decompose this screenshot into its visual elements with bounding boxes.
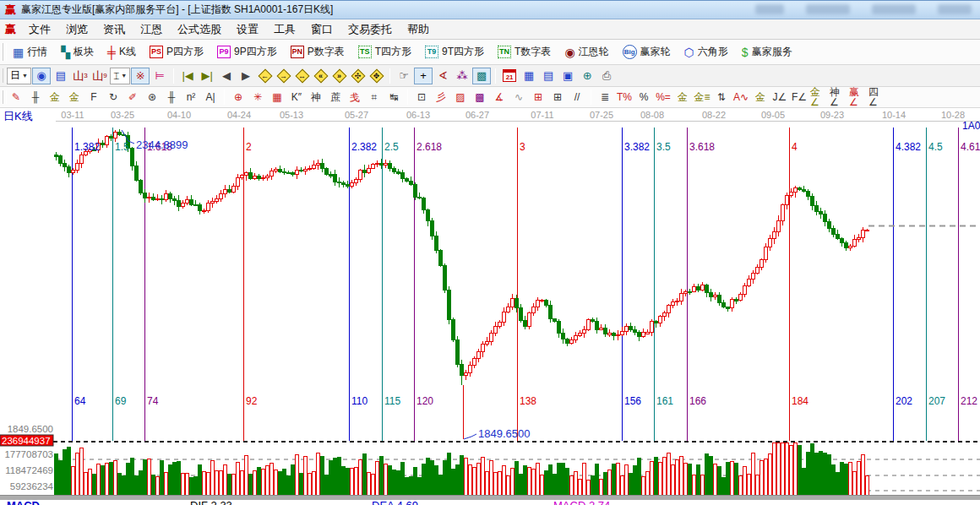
draw-tool-fibonacci-grid[interactable]: F bbox=[84, 89, 103, 106]
draw-tool-gold-grid-2[interactable]: 金 bbox=[65, 89, 84, 106]
toolbar-button-hexagon[interactable]: ⬡六角形 bbox=[678, 42, 734, 62]
page-right-button[interactable]: ▶ bbox=[237, 68, 255, 84]
histogram-tool-button[interactable]: ⊨ bbox=[150, 68, 169, 84]
period-selector[interactable]: 日▼ bbox=[7, 68, 31, 84]
menu-item-1[interactable]: 浏览 bbox=[58, 20, 95, 39]
draw-tool-fan-rays[interactable]: 彡 bbox=[432, 89, 450, 106]
draw-tool-grid-123[interactable]: ⌗ bbox=[365, 89, 384, 106]
menu-item-4[interactable]: 公式选股 bbox=[170, 20, 229, 39]
page-left-button[interactable]: ◀ bbox=[217, 68, 236, 84]
draw-tool-angle-rays[interactable]: ∡ bbox=[490, 89, 509, 106]
last-bar-button[interactable]: ▶| bbox=[198, 68, 216, 84]
draw-tool-updown-pen[interactable]: ⇅ bbox=[712, 89, 731, 106]
draw-tool-shen-angle[interactable]: 神∠ bbox=[829, 89, 847, 106]
bars-3-button[interactable]: 山3 bbox=[71, 68, 90, 84]
toolbar-button-winner-service[interactable]: $赢家服务 bbox=[736, 42, 798, 62]
toolbar-button-9p-square[interactable]: P99P四方形 bbox=[211, 42, 283, 62]
draw-tool-four-angle[interactable]: 四∠ bbox=[868, 89, 886, 106]
draw-tool-ray-square[interactable]: ▩ bbox=[471, 89, 489, 106]
toolbar-button-p-number-table[interactable]: PNP数字表 bbox=[285, 42, 351, 62]
bars-9-button[interactable]: 山9 bbox=[90, 68, 109, 84]
draw-tool-n-square[interactable]: n² bbox=[182, 89, 200, 106]
draw-tool-gold-underline[interactable]: 金 bbox=[751, 89, 770, 106]
draw-tool-gold-circle[interactable]: 金 bbox=[673, 89, 692, 106]
chart-area[interactable]: 日K线1A003-1103-2504-1004-2405-1305-2706-1… bbox=[0, 108, 980, 505]
draw-tool-zhe-grid[interactable]: 蔗 bbox=[326, 89, 345, 106]
toolbar-button-t-number-table[interactable]: TNT数字表 bbox=[492, 42, 557, 62]
draw-tool-gold-grid-1[interactable]: 金 bbox=[46, 89, 64, 106]
menu-item-0[interactable]: 文件 bbox=[21, 20, 58, 39]
toolbar-button-gann-wheel[interactable]: ◉江恩轮 bbox=[558, 42, 614, 62]
draw-tool-win-angle[interactable]: 赢∠ bbox=[848, 89, 867, 106]
menu-item-5[interactable]: 设置 bbox=[229, 20, 266, 39]
draw-tool-f-angle[interactable]: F∠ bbox=[790, 89, 808, 106]
toolbar-button-9t-square[interactable]: T99T四方形 bbox=[419, 42, 490, 62]
toolbar-button-sectors[interactable]: ▚板块 bbox=[55, 42, 100, 62]
crosshair-tool-button[interactable]: + bbox=[414, 68, 433, 84]
shift-right-button[interactable]: → bbox=[275, 68, 292, 84]
toolbar-button-kline[interactable]: ╪K线 bbox=[101, 42, 142, 62]
compress-right-button[interactable]: » bbox=[330, 68, 348, 84]
calendar-button[interactable]: 21 bbox=[500, 68, 519, 84]
toolbar-button-quotes[interactable]: ▦行情 bbox=[7, 42, 53, 62]
calculator-button[interactable]: ▦ bbox=[520, 68, 538, 84]
compress-left-button[interactable]: « bbox=[312, 68, 329, 84]
draw-tool-square-handles[interactable]: ⊡ bbox=[412, 89, 431, 106]
draw-tool-a-wave[interactable]: A∿ bbox=[732, 89, 750, 106]
draw-tool-degree-circle[interactable]: ⊛ bbox=[143, 89, 161, 106]
draw-tool-percent[interactable]: % bbox=[634, 89, 653, 106]
draw-tool-t-percent[interactable]: T% bbox=[615, 89, 634, 106]
draw-tool-gann-circle[interactable]: ⊕ bbox=[229, 89, 248, 106]
red-pattern-tool-button[interactable]: ※ bbox=[131, 68, 150, 84]
kline-chart[interactable]: 日K线1A003-1103-2504-1004-2405-1305-2706-1… bbox=[0, 108, 980, 505]
draw-tool-comb-2[interactable]: ╫ bbox=[162, 89, 181, 106]
draw-tool-pencil-grid[interactable]: ✐ bbox=[123, 89, 142, 106]
draw-tool-levels[interactable]: ≣ bbox=[596, 89, 614, 106]
gann-count-label: 120 bbox=[416, 395, 433, 407]
gann-net-tool-button[interactable]: ⁂ bbox=[453, 68, 471, 84]
menu-item-8[interactable]: 交易委托 bbox=[340, 20, 400, 39]
notepad-button[interactable]: ▤ bbox=[539, 68, 558, 84]
menu-item-6[interactable]: 工具 bbox=[266, 20, 303, 39]
center-view-button[interactable]: ✣ bbox=[349, 68, 367, 84]
measure-tool-button[interactable]: ∢ bbox=[433, 68, 452, 84]
draw-tool-percent-levels[interactable]: %= bbox=[654, 89, 672, 106]
toolbar-button-p-square[interactable]: PSP四方形 bbox=[144, 42, 210, 62]
expand-scale-button[interactable]: ↔ bbox=[293, 68, 311, 84]
shift-left-button[interactable]: ← bbox=[256, 68, 274, 84]
draw-tool-gann-star[interactable]: ✳ bbox=[248, 89, 267, 106]
network-button[interactable]: ⊕ bbox=[578, 68, 596, 84]
toolbar-button-winner-wheel[interactable]: Big赢家轮 bbox=[617, 42, 677, 62]
fit-view-button[interactable]: ✥ bbox=[368, 68, 385, 84]
region-select-tool-button[interactable]: ◉ bbox=[32, 68, 51, 84]
first-bar-button[interactable]: |◀ bbox=[178, 68, 197, 84]
menu-item-9[interactable]: 帮助 bbox=[400, 20, 437, 39]
menu-item-3[interactable]: 江恩 bbox=[133, 20, 170, 39]
draw-tool-dot-grid[interactable]: ⊞ bbox=[529, 89, 547, 106]
draw-tool-diag-square[interactable]: ▨ bbox=[451, 89, 470, 106]
draw-tool-gold-levels[interactable]: 金≡ bbox=[693, 89, 711, 106]
draw-tool-text-label[interactable]: A| bbox=[201, 89, 220, 106]
draw-tool-j-angle[interactable]: J∠ bbox=[770, 89, 789, 106]
draw-tool-width-marker[interactable]: ↹ bbox=[384, 89, 403, 106]
toolbar-button-t-square[interactable]: TST四方形 bbox=[352, 42, 417, 62]
draw-tool-gann-comb[interactable]: ╫ bbox=[26, 89, 45, 106]
draw-tool-pencil[interactable]: ✎ bbox=[7, 89, 25, 106]
draw-tool-shen-grid[interactable]: 神 bbox=[307, 89, 325, 106]
teal-pattern-tool-button[interactable]: ▩ bbox=[472, 68, 491, 84]
info-panel-button[interactable]: ▤ bbox=[52, 68, 70, 84]
save-button[interactable]: ▣ bbox=[558, 68, 577, 84]
draw-tool-gold-angle[interactable]: 金∠ bbox=[809, 89, 828, 106]
menu-item-2[interactable]: 资讯 bbox=[95, 20, 133, 39]
draw-tool-spiral[interactable]: ↻ bbox=[104, 89, 122, 106]
candle-style-selector[interactable]: ⌶▼ bbox=[110, 68, 130, 84]
print-button[interactable]: ⎙ bbox=[597, 68, 616, 84]
draw-tool-jian-mark[interactable]: 戋 bbox=[346, 89, 364, 106]
draw-tool-parallel-lines[interactable]: // bbox=[568, 89, 586, 106]
draw-tool-gann-square[interactable]: ▦ bbox=[268, 89, 286, 106]
draw-tool-k-mark[interactable]: K″ bbox=[287, 89, 306, 106]
draw-tool-grid-arrow[interactable]: ⊞ bbox=[548, 89, 567, 106]
draw-tool-wave[interactable]: ∿ bbox=[509, 89, 528, 106]
menu-item-7[interactable]: 窗口 bbox=[303, 20, 340, 39]
hand-tool-button[interactable]: ☞ bbox=[395, 68, 413, 84]
